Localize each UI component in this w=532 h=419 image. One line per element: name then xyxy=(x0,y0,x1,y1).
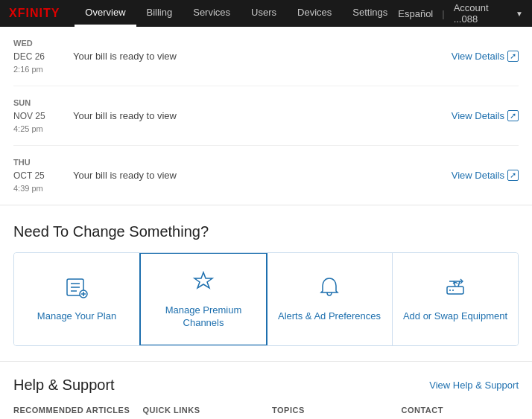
logo: XFINITY xyxy=(9,7,60,20)
view-help-link[interactable]: View Help & Support xyxy=(429,380,519,391)
help-col-topics: TOPICS Self Service Internet Billing TV xyxy=(272,406,402,419)
nav-item-settings[interactable]: Settings xyxy=(342,0,398,27)
svg-line-12 xyxy=(458,281,460,287)
manage-channels-icon xyxy=(191,269,216,298)
help-header: Help & Support View Help & Support xyxy=(13,377,519,394)
view-details-link[interactable]: View Details ➚ xyxy=(452,51,519,62)
contact-heading: CONTACT xyxy=(402,406,519,415)
language-selector[interactable]: Español xyxy=(398,8,433,19)
billing-section: WED DEC 26 2:16 pm Your bill is ready to… xyxy=(0,27,532,205)
svg-marker-7 xyxy=(194,272,212,288)
external-link-icon: ➚ xyxy=(507,110,519,121)
manage-plan-label: Manage Your Plan xyxy=(37,310,116,323)
alerts-label: Alerts & Ad Preferences xyxy=(278,310,381,323)
bill-message: Your bill is ready to view xyxy=(67,51,452,62)
help-section-title: Help & Support xyxy=(13,377,115,394)
chevron-down-icon: ▼ xyxy=(516,10,523,18)
add-swap-icon xyxy=(443,275,468,304)
manage-plan-card[interactable]: Manage Your Plan xyxy=(14,253,140,345)
help-columns: RECOMMENDED ARTICLES Check for a Service… xyxy=(13,406,519,419)
help-col-recommended: RECOMMENDED ARTICLES Check for a Service… xyxy=(13,406,143,419)
nav-items: Overview Billing Services Users Devices … xyxy=(75,0,398,27)
bill-row: WED DEC 26 2:16 pm Your bill is ready to… xyxy=(13,27,519,86)
view-details-link[interactable]: View Details ➚ xyxy=(452,110,519,121)
view-details-link[interactable]: View Details ➚ xyxy=(452,170,519,181)
nav-item-billing[interactable]: Billing xyxy=(136,0,183,27)
help-col-quick-links: QUICK LINKS Pay Your Bill Find an Xfinit… xyxy=(143,406,273,419)
quick-links-heading: QUICK LINKS xyxy=(143,406,261,415)
add-swap-label: Add or Swap Equipment xyxy=(403,310,507,323)
bill-message: Your bill is ready to view xyxy=(67,110,452,121)
recommended-heading: RECOMMENDED ARTICLES xyxy=(13,406,131,415)
add-swap-card[interactable]: Add or Swap Equipment xyxy=(393,253,518,345)
nav-item-devices[interactable]: Devices xyxy=(287,0,342,27)
change-section-title: Need To Change Something? xyxy=(13,223,519,240)
external-link-icon: ➚ xyxy=(507,170,519,181)
alerts-icon xyxy=(317,275,342,304)
bill-row: SUN NOV 25 4:25 pm Your bill is ready to… xyxy=(13,86,519,146)
bill-date: WED DEC 26 2:16 pm xyxy=(13,37,67,75)
main-content: WED DEC 26 2:16 pm Your bill is ready to… xyxy=(0,27,532,419)
nav-divider: | xyxy=(442,8,444,19)
nav-item-overview[interactable]: Overview xyxy=(75,0,136,27)
topics-heading: TOPICS xyxy=(272,406,390,415)
external-link-icon: ➚ xyxy=(507,51,519,62)
account-menu[interactable]: Account ...088 ▼ xyxy=(454,2,523,25)
bill-row: THU OCT 25 4:39 pm Your bill is ready to… xyxy=(13,146,519,205)
alerts-card[interactable]: Alerts & Ad Preferences xyxy=(267,253,393,345)
change-cards: Manage Your Plan Manage Premium Channels xyxy=(13,252,519,346)
manage-channels-card[interactable]: Manage Premium Channels xyxy=(139,252,267,346)
bill-date: THU OCT 25 4:39 pm xyxy=(13,156,67,194)
nav-right: Español | Account ...088 ▼ xyxy=(398,2,523,25)
help-section: Help & Support View Help & Support RECOM… xyxy=(0,362,532,419)
manage-plan-icon xyxy=(64,275,89,304)
manage-channels-label: Manage Premium Channels xyxy=(148,304,259,330)
help-col-contact: CONTACT Get answers from Comcast agents … xyxy=(402,406,519,419)
change-section: Need To Change Something? Manage Your Pl… xyxy=(0,205,532,362)
bill-date: SUN NOV 25 4:25 pm xyxy=(13,97,67,135)
bill-message: Your bill is ready to view xyxy=(67,170,452,181)
nav-bar: XFINITY Overview Billing Services Users … xyxy=(0,0,532,27)
nav-item-services[interactable]: Services xyxy=(183,0,241,27)
nav-item-users[interactable]: Users xyxy=(241,0,287,27)
